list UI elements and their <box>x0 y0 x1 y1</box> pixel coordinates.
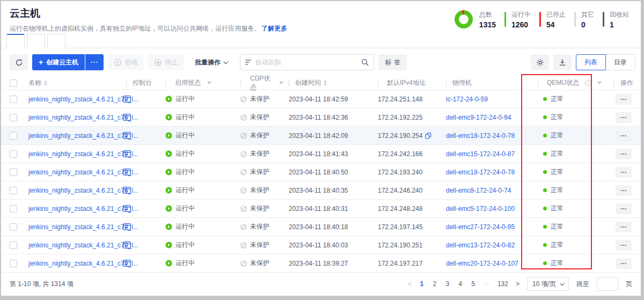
header-qemu-status[interactable]: QEMU状态 i <box>532 76 606 90</box>
console-icon[interactable] <box>123 205 131 212</box>
next-page-button[interactable]: > <box>516 280 519 288</box>
tab[interactable] <box>47 34 65 48</box>
console-icon[interactable] <box>123 260 131 267</box>
header-enable-status[interactable]: 启用状态 <box>160 76 236 90</box>
filter-funnel-icon[interactable] <box>597 82 602 84</box>
console-icon[interactable] <box>123 187 131 194</box>
stat-label: 已停止 <box>546 10 566 19</box>
host-link[interactable]: dell-emc15-172-24-0-87 <box>446 150 515 158</box>
select-all-checkbox[interactable] <box>10 79 17 87</box>
unprotected-icon <box>240 260 247 267</box>
header-operations-label: 操作 <box>620 78 633 87</box>
row-actions-button[interactable]: ··· <box>616 94 632 105</box>
created-time: 2023-04-11 18:42:09 <box>283 127 369 144</box>
row-checkbox[interactable] <box>10 169 17 176</box>
host-link[interactable]: dell-emc27-172-24-0-95 <box>446 223 515 231</box>
enable-status-text: 运行中 <box>175 259 195 268</box>
qemu-status-text: 正常 <box>551 113 564 122</box>
table-row: jenkins_nightly_zstack_4.6.21_c79_l... 运… <box>1 218 641 236</box>
start-button[interactable]: 启动 <box>108 54 144 70</box>
row-checkbox[interactable] <box>10 223 17 231</box>
jump-to-page-input[interactable] <box>597 277 618 291</box>
row-checkbox[interactable] <box>10 205 17 213</box>
learn-more-link[interactable]: 了解更多 <box>261 25 287 32</box>
host-link[interactable]: dell-emc8-172-24-0-74 <box>446 187 511 194</box>
console-icon[interactable] <box>123 96 131 103</box>
header-name[interactable]: 名称 <box>27 76 120 90</box>
settings-button[interactable] <box>531 54 549 70</box>
page-number[interactable]: ··· <box>484 280 490 288</box>
row-actions-button[interactable]: ··· <box>616 185 632 196</box>
host-link[interactable]: dell-emc18-172-24-0-78 <box>446 132 515 140</box>
row-actions-button[interactable]: ··· <box>616 130 632 141</box>
host-link[interactable]: dell-emc5-172-24-0-100 <box>446 205 515 213</box>
row-actions-button[interactable]: ··· <box>616 222 632 232</box>
page-size-select[interactable]: 10 项/页 <box>527 277 569 291</box>
console-icon[interactable] <box>123 114 131 121</box>
stat-value: 1260 <box>511 20 531 29</box>
row-actions-button[interactable]: ··· <box>616 240 632 251</box>
refresh-button[interactable] <box>10 54 28 70</box>
create-vm-more-button[interactable]: ··· <box>85 54 104 70</box>
host-link[interactable]: dell-emc20-172-24-0-107 <box>446 260 518 267</box>
prev-page-button[interactable]: < <box>408 280 412 288</box>
page-number[interactable]: 1 <box>419 280 425 288</box>
page-number[interactable]: 2 <box>432 280 437 288</box>
search-input[interactable] <box>255 58 357 66</box>
host-link[interactable]: lc-172-24-0-59 <box>446 96 488 103</box>
page-number[interactable]: 5 <box>471 280 476 288</box>
page-size-value: 10 项/页 <box>532 280 556 289</box>
page-title: 云主机 <box>10 6 287 20</box>
row-checkbox[interactable] <box>10 114 17 121</box>
stat-label: 回收站 <box>610 10 629 19</box>
tab[interactable] <box>6 34 25 48</box>
tag-button[interactable]: 标签 <box>378 54 407 70</box>
host-link[interactable]: dell-emc13-172-24-0-82 <box>446 242 515 249</box>
stop-button[interactable]: 停止 <box>148 54 184 70</box>
console-icon[interactable] <box>123 132 131 139</box>
console-icon[interactable] <box>123 150 131 157</box>
page-number[interactable]: 132 <box>497 280 508 288</box>
header-cdp-status[interactable]: CDP状态 <box>236 76 283 90</box>
console-icon[interactable] <box>123 169 131 175</box>
list-view-toggle[interactable]: 列表 <box>576 54 606 70</box>
row-checkbox[interactable] <box>10 96 17 103</box>
row-actions-button[interactable]: ··· <box>616 149 632 159</box>
create-vm-button[interactable]: + 创建云主机 <box>32 54 85 70</box>
header-console: 控制台 <box>120 76 160 90</box>
row-checkbox[interactable] <box>10 242 17 249</box>
qemu-status-dot <box>543 97 547 101</box>
sort-icon <box>44 81 47 86</box>
running-status-icon <box>165 132 172 139</box>
unprotected-icon <box>240 133 247 139</box>
tab[interactable] <box>27 34 45 48</box>
header-created-time[interactable]: 创建时间 <box>283 76 369 90</box>
filter-lines-icon[interactable] <box>245 60 251 65</box>
export-button[interactable] <box>553 54 572 70</box>
copy-icon[interactable] <box>425 133 431 139</box>
table-row: jenkins_nightly_zstack_4.6.21_c79_l... 运… <box>1 163 641 181</box>
page-number[interactable]: 4 <box>458 280 463 288</box>
row-actions-button[interactable]: ··· <box>616 167 632 178</box>
host-link[interactable]: dell-emc9-172-24-0-94 <box>446 114 511 121</box>
stat-label: 运行中 <box>511 10 531 19</box>
console-icon[interactable] <box>123 242 131 248</box>
row-checkbox[interactable] <box>10 150 17 158</box>
row-checkbox[interactable] <box>10 132 17 140</box>
batch-actions-button[interactable]: 批量操作 <box>188 54 233 70</box>
qemu-status-text: 正常 <box>551 167 564 177</box>
filter-funnel-icon[interactable] <box>279 82 283 84</box>
row-actions-button[interactable]: ··· <box>616 203 632 214</box>
filter-funnel-icon[interactable] <box>207 82 211 84</box>
row-actions-button[interactable]: ··· <box>616 258 632 269</box>
search-icon[interactable] <box>361 58 369 66</box>
page-number[interactable]: 3 <box>445 280 450 288</box>
info-icon[interactable]: i <box>585 80 591 86</box>
header-enable-label: 启用状态 <box>175 78 201 87</box>
host-link[interactable]: dell-emc18-172-24-0-78 <box>446 169 515 176</box>
console-icon[interactable] <box>123 223 131 230</box>
row-actions-button[interactable]: ··· <box>616 112 632 123</box>
row-checkbox[interactable] <box>10 260 17 267</box>
row-checkbox[interactable] <box>10 187 17 194</box>
catalog-view-toggle[interactable]: 目录 <box>605 54 635 70</box>
